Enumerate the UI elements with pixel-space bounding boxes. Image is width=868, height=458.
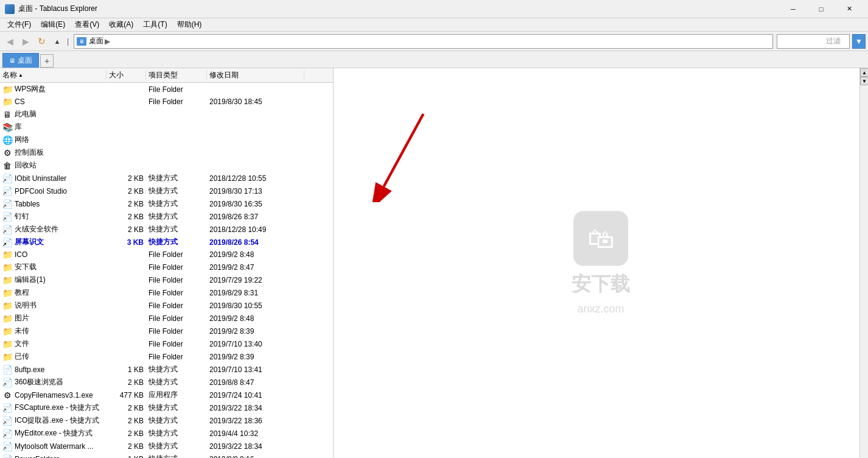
file-date: 2019/9/2 8:48 [207,314,304,323]
table-row[interactable]: 🗑 回收站 [0,159,333,172]
file-type-icon: 📄↗ [2,378,12,387]
file-type-icon: 📁 [2,262,12,272]
table-row[interactable]: 📁 编辑器(1) File Folder 2019/7/29 19:22 [0,273,333,286]
table-row[interactable]: 📄↗ IObit Uninstaller 2 KB 快捷方式 2018/12/2… [0,172,333,185]
tab-add-button[interactable]: + [40,54,54,68]
right-panel-scrollbar[interactable]: ▲ ▼ [859,68,868,458]
file-name: 📁 CS [0,97,107,107]
table-row[interactable]: 📄↗ FSCapture.exe - 快捷方式 2 KB 快捷方式 2019/3… [0,401,333,414]
right-panel: 🛍 安下载 anxz.com ▲ ▼ [334,68,868,458]
file-date: 2019/8/26 8:54 [207,238,304,247]
menu-view[interactable]: 查看(V) [70,18,104,31]
file-name-text: 未传 [15,326,29,336]
file-name-text: 控制面板 [15,147,44,158]
file-type: 快捷方式 [146,237,207,247]
address-bar[interactable]: 🖥 桌面 ▶ [74,34,773,49]
back-button[interactable]: ◀ [2,34,17,49]
file-size: 2 KB [107,174,146,183]
up-button[interactable]: ▲ [50,34,65,49]
refresh-button[interactable]: ↻ [34,34,49,49]
table-row[interactable]: 📁 已传 File Folder 2019/9/2 8:39 [0,350,333,363]
menu-tools[interactable]: 工具(T) [138,18,172,31]
col-header-type[interactable]: 项目类型 [146,70,207,80]
table-row[interactable]: ⚙ CopyFilenamesv3.1.exe 477 KB 应用程序 2019… [0,389,333,401]
minimize-button[interactable]: ─ [779,0,807,18]
menu-file[interactable]: 文件(F) [2,18,36,31]
table-row[interactable]: 📁 说明书 File Folder 2019/8/30 10:55 [0,299,333,312]
watermark-text: 安下载 [572,271,630,298]
file-name: 📁 编辑器(1) [0,275,107,285]
file-list-panel[interactable]: 名称 ▲ 大小 项目类型 修改日期 📁 WPS网盘 File Folder 📁 … [0,68,334,458]
col-header-name[interactable]: 名称 ▲ [0,70,107,80]
filter-label: 过滤 [826,36,841,46]
table-row[interactable]: 📁 文件 File Folder 2019/7/10 13:40 [0,337,333,350]
table-row[interactable]: 📄↗ PowerFolders 1 KB 快捷方式 2019/8/8 8:16 [0,453,333,458]
table-row[interactable]: 📄↗ ICO提取器.exe - 快捷方式 2 KB 快捷方式 2019/3/22… [0,414,333,427]
file-name: 📄↗ 钉钉 [0,211,107,222]
table-row[interactable]: 📚 库 [0,121,333,133]
scrollbar-up-button[interactable]: ▲ [860,68,868,77]
address-text: 桌面 [89,36,103,46]
table-row[interactable]: 📄↗ MyEditor.exe - 快捷方式 2 KB 快捷方式 2019/4/… [0,427,333,440]
forward-button[interactable]: ▶ [18,34,33,49]
close-button[interactable]: ✕ [835,0,863,18]
table-row[interactable]: 📄↗ 钉钉 2 KB 快捷方式 2019/8/26 8:37 [0,210,333,223]
filter-box[interactable]: 过滤 [777,34,850,49]
file-size: 2 KB [107,442,146,451]
table-row[interactable]: 📄↗ PDFCool Studio 2 KB 快捷方式 2019/8/30 17… [0,185,333,197]
file-name-text: 此电脑 [15,109,37,119]
file-name: 🖥 此电脑 [0,109,107,119]
menu-help[interactable]: 帮助(H) [172,18,207,31]
tab-desktop[interactable]: 🖥 桌面 [2,53,39,68]
table-row[interactable]: 📄 8uftp.exe 1 KB 快捷方式 2019/7/10 13:41 [0,363,333,376]
table-row[interactable]: 📄↗ Mytoolsoft Watermark ... 2 KB 快捷方式 20… [0,440,333,453]
file-type-icon: 📁 [2,339,12,349]
file-name-text: 图片 [15,313,29,323]
table-row[interactable]: 📁 未传 File Folder 2019/9/2 8:39 [0,325,333,337]
file-name-text: 说明书 [15,300,37,311]
file-type: File Folder [146,250,207,259]
file-type-icon: ⚙ [2,148,12,158]
file-name: 📁 安下载 [0,262,107,272]
table-row[interactable]: 🌐 网络 [0,133,333,146]
maximize-button[interactable]: □ [807,0,835,18]
address-separator: ▶ [105,37,110,46]
file-type: File Folder [146,327,207,336]
filter-input[interactable] [777,37,826,46]
file-date: 2019/7/24 10:41 [207,391,304,400]
file-date: 2019/4/4 10:32 [207,429,304,438]
table-row[interactable]: 📁 教程 File Folder 2019/8/29 8:31 [0,286,333,299]
file-type: 快捷方式 [146,173,207,183]
table-row[interactable]: ⚙ 控制面板 [0,146,333,159]
filter-button[interactable]: ▼ [852,34,866,49]
table-row[interactable]: 📁 CS File Folder 2019/8/30 18:45 [0,96,333,108]
menu-favorites[interactable]: 收藏(A) [104,18,138,31]
file-date: 2019/8/30 10:55 [207,301,304,310]
table-row[interactable]: 📁 WPS网盘 File Folder [0,83,333,96]
file-type-icon: 📄↗ [2,212,12,222]
file-size: 1 KB [107,365,146,374]
table-row[interactable]: 📄↗ 360极速浏览器 2 KB 快捷方式 2019/8/8 8:47 [0,376,333,389]
file-type-icon: 📄↗ [2,174,12,183]
table-row[interactable]: 📁 图片 File Folder 2019/9/2 8:48 [0,312,333,325]
menu-edit[interactable]: 编辑(E) [36,18,70,31]
table-row[interactable]: 📁 安下载 File Folder 2019/9/2 8:47 [0,261,333,273]
file-type-icon: 🖥 [2,110,12,119]
watermark-url: anxz.com [577,303,624,315]
file-date: 2018/12/28 10:55 [207,174,304,183]
file-type-icon: 📁 [2,288,12,298]
table-row[interactable]: 📁 ICO File Folder 2019/9/2 8:48 [0,248,333,261]
col-header-date[interactable]: 修改日期 [207,70,304,80]
scrollbar-down-button[interactable]: ▼ [860,77,868,85]
file-type-icon: 📄↗ [2,199,12,209]
table-row[interactable]: 📄↗ Tabbles 2 KB 快捷方式 2019/8/30 16:35 [0,197,333,210]
file-type: File Folder [146,263,207,272]
table-row[interactable]: 📄↗ 屏幕识文 3 KB 快捷方式 2019/8/26 8:54 [0,236,333,248]
table-row[interactable]: 📄↗ 火绒安全软件 2 KB 快捷方式 2018/12/28 10:49 [0,223,333,236]
file-type: File Folder [146,97,207,106]
file-type-icon: 📁 [2,250,12,259]
col-header-size[interactable]: 大小 [107,70,146,80]
red-arrow-decoration [364,105,443,202]
table-row[interactable]: 🖥 此电脑 [0,108,333,121]
file-date: 2019/8/30 16:35 [207,200,304,208]
